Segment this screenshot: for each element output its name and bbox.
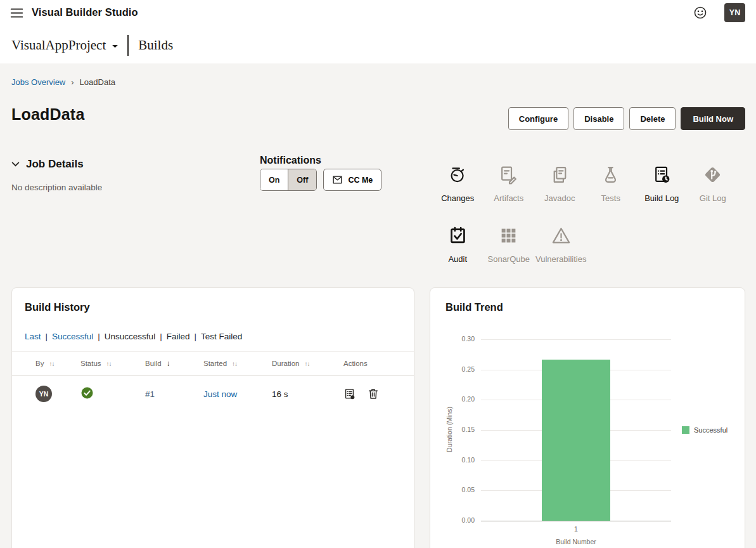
- y-tick-label: 0.30: [439, 335, 475, 342]
- visual-builder-studio-app: Visual Builder Studio YN VisualAppProjec…: [0, 0, 756, 548]
- stopwatch-icon: [448, 162, 468, 186]
- quick-link-artifacts: Artifacts: [484, 162, 535, 203]
- sort-updown-icon[interactable]: ↑↓: [106, 360, 112, 367]
- column-label: Started: [203, 360, 227, 367]
- gridline: [481, 339, 671, 340]
- column-label: By: [35, 360, 44, 367]
- grid-icon: [499, 223, 518, 247]
- document-icon: [550, 162, 570, 186]
- job-details-heading: Job Details: [26, 158, 84, 171]
- bar-build-1[interactable]: [542, 360, 610, 521]
- git-icon: [703, 162, 722, 186]
- context-bar: VisualAppProject Builds: [11, 35, 173, 56]
- chevron-down-icon: [11, 162, 20, 167]
- build-history-row: YN#1Just now16 s: [12, 375, 414, 412]
- sort-updown-icon[interactable]: ↑↓: [49, 360, 54, 367]
- quick-link-changes[interactable]: Changes: [432, 162, 484, 203]
- page-title: LoadData: [11, 105, 85, 124]
- duration-value: 16 s: [272, 389, 288, 399]
- build-log-action-icon[interactable]: [343, 388, 356, 400]
- column-header-duration[interactable]: Duration↑↓: [272, 360, 343, 367]
- filter-unsuccessful[interactable]: Unsuccessful: [105, 332, 155, 341]
- quick-links-row-1: ChangesArtifactsJavadocTestsBuild LogGit…: [432, 162, 738, 203]
- quick-link-label: Build Log: [643, 193, 680, 203]
- notifications-controls: On Off CC Me: [260, 169, 381, 191]
- y-tick-label: 0.20: [439, 395, 475, 403]
- hamburger-menu-icon[interactable]: [10, 8, 23, 18]
- notifications-off-button[interactable]: Off: [288, 169, 316, 190]
- quick-link-label: SonarQube: [487, 254, 532, 264]
- quick-link-tests: Tests: [586, 162, 637, 203]
- delete-build-icon[interactable]: [367, 388, 380, 400]
- delete-button[interactable]: Delete: [629, 107, 676, 130]
- quick-link-label: Tests: [600, 193, 622, 203]
- status-success-icon: [80, 386, 94, 401]
- quick-link-label: Audit: [447, 254, 468, 264]
- cc-me-button[interactable]: CC Me: [323, 169, 381, 191]
- filter-separator: |: [98, 332, 100, 341]
- disable-button[interactable]: Disable: [573, 107, 624, 130]
- build-trend-card: Build Trend 0.000.050.100.150.200.250.30…: [430, 287, 745, 548]
- app-header: Visual Builder Studio YN VisualAppProjec…: [0, 0, 756, 63]
- quick-link-git-log: Git Log: [688, 162, 739, 203]
- y-axis-title: Duration (Mins): [445, 388, 453, 471]
- notifications-heading: Notifications: [260, 155, 321, 166]
- job-action-toolbar: Configure Disable Delete Build Now: [508, 107, 745, 130]
- quick-link-label: Artifacts: [492, 193, 525, 203]
- breadcrumb-jobs-overview[interactable]: Jobs Overview: [11, 77, 65, 87]
- column-label: Status: [80, 360, 101, 367]
- row-avatar: YN: [35, 386, 52, 402]
- column-label: Build: [145, 360, 162, 367]
- job-details-toggle[interactable]: Job Details: [11, 158, 84, 171]
- quick-link-audit[interactable]: Audit: [432, 223, 484, 264]
- feedback-smiley-icon[interactable]: [693, 6, 707, 20]
- job-description: No description available: [11, 183, 102, 192]
- column-header-by[interactable]: By↑↓: [35, 360, 80, 367]
- filter-successful[interactable]: Successful: [52, 332, 93, 341]
- filter-failed[interactable]: Failed: [167, 332, 190, 341]
- section-title: Builds: [138, 37, 173, 53]
- sort-updown-icon[interactable]: ↑↓: [232, 360, 237, 367]
- legend-swatch: [682, 426, 689, 434]
- audit-icon: [448, 223, 468, 247]
- breadcrumb: Jobs Overview › LoadData: [11, 77, 115, 87]
- quick-link-label: Git Log: [698, 193, 727, 203]
- quick-link-label: Vulnerabilities: [534, 254, 587, 264]
- chart-legend: Successful: [682, 426, 727, 434]
- column-header-status[interactable]: Status↑↓: [80, 360, 145, 367]
- column-header-actions: Actions: [343, 360, 414, 367]
- build-now-button[interactable]: Build Now: [681, 107, 745, 130]
- y-tick-label: 0.25: [439, 365, 475, 373]
- build-trend-chart: 0.000.050.100.150.200.250.301Build Numbe…: [430, 288, 745, 548]
- sort-desc-icon[interactable]: ↓: [167, 359, 170, 368]
- quick-link-build-log[interactable]: Build Log: [636, 162, 688, 203]
- y-tick-label: 0.05: [439, 486, 475, 493]
- warning-icon: [551, 223, 571, 247]
- started-link[interactable]: Just now: [203, 389, 237, 399]
- filter-separator: |: [160, 332, 162, 341]
- build-number-link[interactable]: #1: [145, 389, 155, 399]
- filter-test-failed[interactable]: Test Failed: [201, 332, 242, 341]
- y-tick-label: 0.00: [439, 516, 475, 524]
- quick-links-row-2: AuditSonarQubeVulnerabilities: [432, 223, 587, 264]
- legend-label: Successful: [694, 426, 727, 434]
- artifact-icon: [499, 162, 518, 186]
- notifications-on-button[interactable]: On: [260, 169, 288, 190]
- project-switcher[interactable]: VisualAppProject: [11, 37, 119, 53]
- quick-link-label: Changes: [440, 193, 475, 203]
- filter-last[interactable]: Last: [25, 332, 41, 341]
- build-history-heading: Build History: [25, 301, 90, 313]
- column-header-build[interactable]: Build↓: [145, 359, 203, 368]
- column-header-started[interactable]: Started↑↓: [203, 360, 272, 367]
- flask-icon: [601, 162, 620, 186]
- quick-link-javadoc: Javadoc: [534, 162, 586, 203]
- divider: [127, 35, 129, 56]
- sort-updown-icon[interactable]: ↑↓: [304, 360, 309, 367]
- build-log-icon: [652, 162, 672, 186]
- project-name: VisualAppProject: [11, 37, 106, 53]
- user-avatar[interactable]: YN: [724, 3, 745, 22]
- top-bar: Visual Builder Studio YN: [0, 0, 756, 27]
- configure-button[interactable]: Configure: [508, 107, 568, 130]
- build-history-filters: Last|Successful|Unsuccessful|Failed|Test…: [25, 332, 242, 341]
- quick-link-label: Javadoc: [543, 193, 576, 203]
